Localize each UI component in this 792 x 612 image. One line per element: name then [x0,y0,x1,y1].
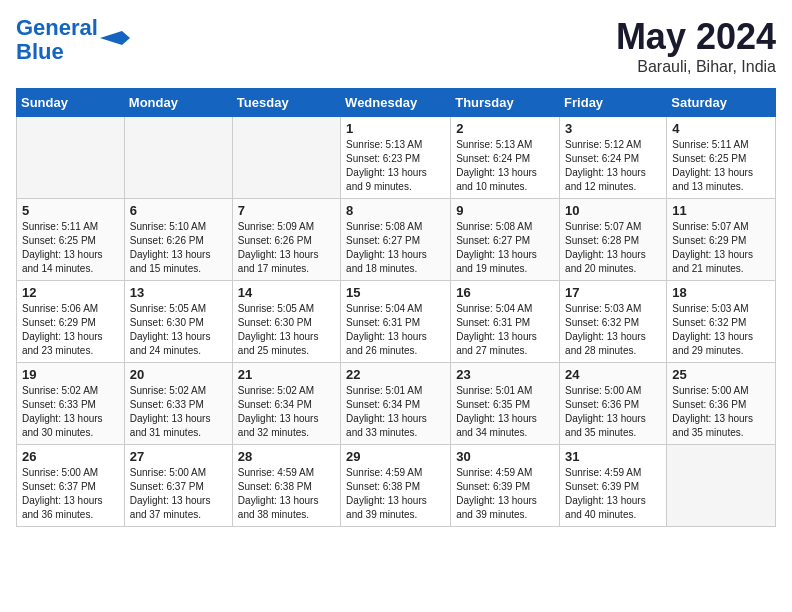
weekday-header-monday: Monday [124,89,232,117]
day-number: 10 [565,203,661,218]
day-info: Sunrise: 5:12 AM Sunset: 6:24 PM Dayligh… [565,138,661,194]
day-number: 24 [565,367,661,382]
day-number: 6 [130,203,227,218]
day-info: Sunrise: 5:07 AM Sunset: 6:29 PM Dayligh… [672,220,770,276]
location: Barauli, Bihar, India [616,58,776,76]
calendar-cell [124,117,232,199]
day-info: Sunrise: 5:00 AM Sunset: 6:37 PM Dayligh… [130,466,227,522]
calendar-cell: 10Sunrise: 5:07 AM Sunset: 6:28 PM Dayli… [560,199,667,281]
logo-text: GeneralBlue [16,16,98,64]
calendar-table: SundayMondayTuesdayWednesdayThursdayFrid… [16,88,776,527]
day-info: Sunrise: 4:59 AM Sunset: 6:38 PM Dayligh… [346,466,445,522]
day-info: Sunrise: 4:59 AM Sunset: 6:38 PM Dayligh… [238,466,335,522]
day-number: 16 [456,285,554,300]
day-number: 4 [672,121,770,136]
svg-marker-0 [100,31,130,45]
day-number: 5 [22,203,119,218]
day-number: 19 [22,367,119,382]
day-number: 29 [346,449,445,464]
day-number: 2 [456,121,554,136]
calendar-cell: 5Sunrise: 5:11 AM Sunset: 6:25 PM Daylig… [17,199,125,281]
day-info: Sunrise: 5:01 AM Sunset: 6:35 PM Dayligh… [456,384,554,440]
weekday-header-thursday: Thursday [451,89,560,117]
day-info: Sunrise: 5:00 AM Sunset: 6:36 PM Dayligh… [565,384,661,440]
month-year: May 2024 [616,16,776,58]
day-number: 12 [22,285,119,300]
day-info: Sunrise: 5:03 AM Sunset: 6:32 PM Dayligh… [672,302,770,358]
calendar-cell: 31Sunrise: 4:59 AM Sunset: 6:39 PM Dayli… [560,445,667,527]
day-info: Sunrise: 5:04 AM Sunset: 6:31 PM Dayligh… [346,302,445,358]
calendar-cell: 25Sunrise: 5:00 AM Sunset: 6:36 PM Dayli… [667,363,776,445]
day-info: Sunrise: 5:11 AM Sunset: 6:25 PM Dayligh… [22,220,119,276]
day-number: 7 [238,203,335,218]
day-info: Sunrise: 5:02 AM Sunset: 6:33 PM Dayligh… [130,384,227,440]
calendar-cell: 13Sunrise: 5:05 AM Sunset: 6:30 PM Dayli… [124,281,232,363]
day-info: Sunrise: 5:03 AM Sunset: 6:32 PM Dayligh… [565,302,661,358]
title-block: May 2024 Barauli, Bihar, India [616,16,776,76]
logo-icon [100,31,130,45]
day-info: Sunrise: 5:05 AM Sunset: 6:30 PM Dayligh… [238,302,335,358]
day-info: Sunrise: 5:00 AM Sunset: 6:36 PM Dayligh… [672,384,770,440]
day-info: Sunrise: 5:01 AM Sunset: 6:34 PM Dayligh… [346,384,445,440]
day-number: 8 [346,203,445,218]
calendar-cell: 19Sunrise: 5:02 AM Sunset: 6:33 PM Dayli… [17,363,125,445]
calendar-cell: 15Sunrise: 5:04 AM Sunset: 6:31 PM Dayli… [341,281,451,363]
calendar-cell: 1Sunrise: 5:13 AM Sunset: 6:23 PM Daylig… [341,117,451,199]
day-number: 22 [346,367,445,382]
day-number: 1 [346,121,445,136]
calendar-cell: 7Sunrise: 5:09 AM Sunset: 6:26 PM Daylig… [232,199,340,281]
day-info: Sunrise: 5:11 AM Sunset: 6:25 PM Dayligh… [672,138,770,194]
day-info: Sunrise: 5:10 AM Sunset: 6:26 PM Dayligh… [130,220,227,276]
day-number: 31 [565,449,661,464]
week-row-4: 19Sunrise: 5:02 AM Sunset: 6:33 PM Dayli… [17,363,776,445]
day-number: 28 [238,449,335,464]
week-row-1: 1Sunrise: 5:13 AM Sunset: 6:23 PM Daylig… [17,117,776,199]
day-info: Sunrise: 5:13 AM Sunset: 6:24 PM Dayligh… [456,138,554,194]
day-info: Sunrise: 5:13 AM Sunset: 6:23 PM Dayligh… [346,138,445,194]
day-info: Sunrise: 5:08 AM Sunset: 6:27 PM Dayligh… [456,220,554,276]
calendar-cell [667,445,776,527]
calendar-cell: 22Sunrise: 5:01 AM Sunset: 6:34 PM Dayli… [341,363,451,445]
day-number: 26 [22,449,119,464]
day-info: Sunrise: 5:02 AM Sunset: 6:33 PM Dayligh… [22,384,119,440]
calendar-cell: 9Sunrise: 5:08 AM Sunset: 6:27 PM Daylig… [451,199,560,281]
calendar-cell: 21Sunrise: 5:02 AM Sunset: 6:34 PM Dayli… [232,363,340,445]
day-info: Sunrise: 4:59 AM Sunset: 6:39 PM Dayligh… [456,466,554,522]
calendar-cell: 8Sunrise: 5:08 AM Sunset: 6:27 PM Daylig… [341,199,451,281]
calendar-cell: 29Sunrise: 4:59 AM Sunset: 6:38 PM Dayli… [341,445,451,527]
day-number: 18 [672,285,770,300]
calendar-cell: 6Sunrise: 5:10 AM Sunset: 6:26 PM Daylig… [124,199,232,281]
day-info: Sunrise: 5:04 AM Sunset: 6:31 PM Dayligh… [456,302,554,358]
day-number: 25 [672,367,770,382]
day-number: 21 [238,367,335,382]
day-info: Sunrise: 5:00 AM Sunset: 6:37 PM Dayligh… [22,466,119,522]
calendar-cell: 18Sunrise: 5:03 AM Sunset: 6:32 PM Dayli… [667,281,776,363]
day-number: 15 [346,285,445,300]
day-info: Sunrise: 5:05 AM Sunset: 6:30 PM Dayligh… [130,302,227,358]
calendar-cell: 26Sunrise: 5:00 AM Sunset: 6:37 PM Dayli… [17,445,125,527]
weekday-header-sunday: Sunday [17,89,125,117]
logo: GeneralBlue [16,16,130,64]
day-info: Sunrise: 4:59 AM Sunset: 6:39 PM Dayligh… [565,466,661,522]
day-number: 9 [456,203,554,218]
day-number: 20 [130,367,227,382]
calendar-cell: 3Sunrise: 5:12 AM Sunset: 6:24 PM Daylig… [560,117,667,199]
weekday-header-row: SundayMondayTuesdayWednesdayThursdayFrid… [17,89,776,117]
calendar-cell: 28Sunrise: 4:59 AM Sunset: 6:38 PM Dayli… [232,445,340,527]
day-info: Sunrise: 5:02 AM Sunset: 6:34 PM Dayligh… [238,384,335,440]
calendar-cell [232,117,340,199]
calendar-cell: 16Sunrise: 5:04 AM Sunset: 6:31 PM Dayli… [451,281,560,363]
calendar-cell [17,117,125,199]
day-info: Sunrise: 5:07 AM Sunset: 6:28 PM Dayligh… [565,220,661,276]
weekday-header-tuesday: Tuesday [232,89,340,117]
calendar-cell: 24Sunrise: 5:00 AM Sunset: 6:36 PM Dayli… [560,363,667,445]
week-row-5: 26Sunrise: 5:00 AM Sunset: 6:37 PM Dayli… [17,445,776,527]
week-row-3: 12Sunrise: 5:06 AM Sunset: 6:29 PM Dayli… [17,281,776,363]
calendar-cell: 11Sunrise: 5:07 AM Sunset: 6:29 PM Dayli… [667,199,776,281]
weekday-header-friday: Friday [560,89,667,117]
day-number: 23 [456,367,554,382]
calendar-cell: 2Sunrise: 5:13 AM Sunset: 6:24 PM Daylig… [451,117,560,199]
weekday-header-wednesday: Wednesday [341,89,451,117]
calendar-cell: 23Sunrise: 5:01 AM Sunset: 6:35 PM Dayli… [451,363,560,445]
day-number: 3 [565,121,661,136]
